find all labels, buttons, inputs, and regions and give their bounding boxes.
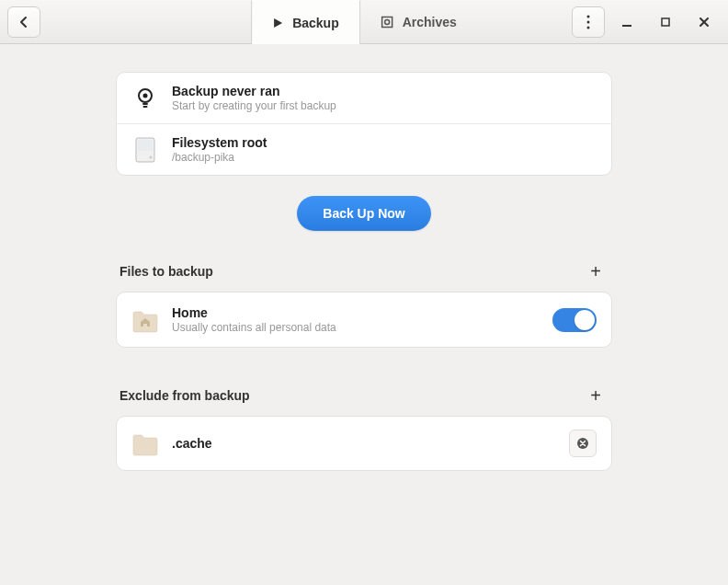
destination-path: /backup-pika	[172, 151, 597, 164]
close-button[interactable]	[688, 6, 721, 38]
status-subtitle: Start by creating your first backup	[172, 99, 597, 112]
svg-rect-6	[662, 18, 669, 26]
svg-rect-12	[138, 140, 153, 151]
play-icon	[272, 17, 283, 29]
exclude-section-header: Exclude from backup +	[116, 375, 612, 416]
tab-archives[interactable]: Archives	[360, 0, 477, 44]
titlebar: Backup Archives	[0, 0, 728, 44]
tab-backup[interactable]: Backup	[251, 0, 360, 44]
svg-rect-9	[142, 103, 148, 105]
include-list: Home Usually contains all personal data	[116, 292, 612, 348]
minimize-button[interactable]	[610, 6, 643, 38]
lightbulb-icon	[131, 85, 159, 112]
svg-point-8	[143, 93, 148, 98]
include-item-toggle[interactable]	[552, 308, 597, 332]
exclude-item-title: .cache	[172, 436, 556, 451]
menu-button[interactable]	[572, 6, 605, 38]
folder-icon	[131, 430, 159, 457]
main-content: Backup never ran Start by creating your …	[0, 44, 728, 471]
disk-icon	[131, 136, 159, 164]
add-exclude-button[interactable]: +	[583, 383, 609, 408]
svg-rect-5	[622, 25, 631, 27]
maximize-icon	[660, 17, 671, 28]
include-item-subtitle: Usually contains all personal data	[172, 321, 540, 334]
svg-point-1	[384, 20, 389, 25]
exclude-list: .cache	[116, 416, 612, 471]
svg-point-2	[587, 15, 590, 17]
remove-exclude-button[interactable]	[569, 430, 597, 457]
home-folder-icon	[131, 306, 159, 334]
kebab-icon	[586, 15, 590, 29]
svg-point-13	[150, 155, 153, 158]
exclude-item: .cache	[117, 417, 611, 470]
destination-title: Filesystem root	[172, 135, 597, 150]
status-title: Backup never ran	[172, 84, 597, 98]
include-section-title: Files to backup	[119, 264, 213, 279]
tab-backup-label: Backup	[292, 16, 339, 30]
svg-point-3	[587, 20, 590, 23]
maximize-button[interactable]	[649, 6, 682, 38]
destination-row[interactable]: Filesystem root /backup-pika	[117, 123, 611, 175]
include-section-header: Files to backup +	[116, 251, 612, 292]
include-item-title: Home	[172, 305, 540, 320]
close-icon	[699, 17, 710, 28]
status-row: Backup never ran Start by creating your …	[117, 73, 611, 123]
remove-icon	[576, 437, 589, 450]
archive-icon	[381, 16, 393, 29]
backup-now-button[interactable]: Back Up Now	[297, 196, 430, 231]
back-button[interactable]	[7, 6, 40, 38]
exclude-section-title: Exclude from backup	[119, 388, 250, 403]
svg-rect-0	[381, 17, 392, 28]
svg-point-4	[587, 26, 590, 29]
svg-rect-10	[143, 106, 148, 108]
tab-archives-label: Archives	[403, 15, 457, 29]
include-item: Home Usually contains all personal data	[117, 292, 611, 347]
minimize-icon	[621, 17, 632, 28]
add-include-button[interactable]: +	[583, 258, 609, 284]
status-card-group: Backup never ran Start by creating your …	[116, 72, 612, 176]
